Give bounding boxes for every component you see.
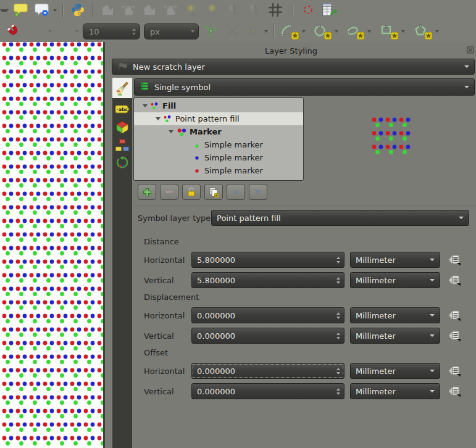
spinner-arrows[interactable] — [336, 333, 340, 339]
snap-intersection-button[interactable] — [223, 23, 241, 40]
tab-diagrams[interactable] — [112, 136, 132, 154]
circular-string-button[interactable] — [280, 23, 296, 39]
snap-tolerance-spinbox[interactable]: 10 — [83, 23, 140, 39]
remove-symbol-layer-button[interactable] — [160, 184, 178, 200]
ellipse-tool-button[interactable] — [346, 23, 362, 39]
topological-editing-button[interactable] — [203, 23, 220, 40]
expand-arrow-icon[interactable] — [156, 117, 161, 120]
increase-brightness-button[interactable] — [183, 2, 200, 19]
full-cumulative-stretch-button[interactable] — [162, 2, 179, 19]
local-cumulative-stretch-button[interactable] — [141, 2, 158, 19]
annotation-button[interactable] — [33, 2, 51, 19]
layer-combo-value: New scratch layer — [133, 62, 205, 72]
polygon-tool-dropdown-icon[interactable] — [435, 30, 439, 33]
close-panel-button[interactable] — [467, 46, 474, 54]
offset-vertical-spinbox[interactable]: 0.000000 — [191, 383, 344, 399]
duplicate-symbol-layer-button[interactable] — [204, 184, 223, 200]
full-histogram-stretch-button[interactable] — [120, 2, 137, 19]
data-defined-override-button[interactable] — [446, 273, 462, 288]
tab-3d-view[interactable] — [112, 118, 132, 136]
snap-trace-button[interactable] — [244, 23, 262, 40]
rectangle-tool-button[interactable] — [380, 23, 396, 39]
increase-contrast-button[interactable] — [225, 2, 242, 19]
tree-row-simple-marker-blue[interactable]: Simple marker — [134, 151, 303, 164]
move-layer-up-button[interactable] — [227, 184, 245, 200]
data-defined-override-button[interactable] — [446, 328, 462, 343]
map-grid-button[interactable] — [267, 2, 284, 19]
combo-arrow-icon — [430, 279, 435, 281]
spinner-arrows[interactable] — [132, 28, 136, 35]
annotation-dropdown-icon[interactable] — [53, 9, 57, 12]
brightness-down-icon — [205, 2, 220, 19]
data-defined-override-button[interactable] — [446, 252, 462, 267]
distance-vertical-row: Vertical 5.800000 Millimeter — [144, 272, 476, 288]
trace-dropdown-icon[interactable] — [264, 30, 268, 33]
tree-row-marker[interactable]: Marker — [134, 125, 303, 138]
tree-row-fill[interactable]: Fill — [134, 99, 303, 112]
circular-string-dropdown-icon[interactable] — [302, 30, 306, 33]
spinner-arrows[interactable] — [336, 388, 340, 395]
decrease-contrast-button[interactable] — [246, 2, 263, 19]
offset-horizontal-unit-combo[interactable]: Millimeter — [350, 363, 440, 379]
displacement-horizontal-spinbox[interactable]: 0.000000 — [191, 307, 344, 323]
snapping-self-dropdown-icon[interactable] — [75, 30, 79, 33]
data-defined-override-button[interactable] — [446, 363, 462, 378]
snapping-mode-dropdown-icon[interactable] — [48, 30, 52, 33]
regular-polygon-tool-button[interactable] — [414, 23, 430, 39]
distance-vertical-unit-combo[interactable]: Millimeter — [350, 272, 440, 288]
spinner-arrows[interactable] — [336, 312, 340, 319]
expand-arrow-icon[interactable] — [143, 104, 148, 107]
rectangle-tool-dropdown-icon[interactable] — [401, 30, 405, 33]
tab-symbology[interactable] — [112, 78, 132, 98]
spinner-arrows[interactable] — [336, 257, 340, 263]
snapping-self-button[interactable] — [56, 23, 73, 40]
map-tips-button[interactable] — [12, 2, 30, 19]
decrease-brightness-button[interactable] — [204, 2, 221, 19]
python-console-button[interactable] — [69, 2, 86, 19]
renderer-selector-combo[interactable]: Single symbol — [134, 78, 475, 96]
tab-labels[interactable]: abc — [112, 100, 132, 118]
shape-digitizing-badge-icon — [291, 32, 299, 41]
displacement-vertical-unit-combo[interactable]: Millimeter — [350, 328, 440, 344]
expand-arrow-icon[interactable] — [169, 130, 173, 133]
tree-row-simple-marker-green[interactable]: Simple marker — [134, 138, 303, 151]
histogram-stretch-icon — [100, 2, 115, 19]
lock-symbol-layer-button[interactable] — [182, 184, 201, 200]
circle-tool-dropdown-icon[interactable] — [335, 30, 338, 33]
ellipse-tool-dropdown-icon[interactable] — [367, 30, 371, 33]
offset-vertical-unit-combo[interactable]: Millimeter — [350, 383, 440, 399]
data-defined-override-button[interactable] — [446, 308, 462, 323]
distance-vertical-spinbox[interactable]: 5.800000 — [191, 272, 344, 288]
move-layer-down-button[interactable] — [249, 184, 267, 200]
spinner-arrows[interactable] — [336, 368, 340, 375]
tree-row-simple-marker-red[interactable]: Simple marker — [134, 164, 303, 177]
tree-label: Fill — [162, 101, 176, 110]
circle-tool-button[interactable] — [313, 23, 329, 39]
symbol-layer-type-combo[interactable]: Point pattern fill — [211, 210, 469, 226]
tab-history[interactable] — [112, 154, 132, 172]
down-arrow-icon — [254, 188, 262, 196]
offset-horizontal-spinbox[interactable]: 0.000000 — [191, 363, 344, 379]
attribute-table-button[interactable] — [320, 2, 338, 19]
spinner-arrows[interactable] — [336, 277, 340, 284]
map-canvas[interactable] — [0, 42, 105, 448]
contrast-down-icon — [247, 2, 262, 19]
snapping-mode-button[interactable] — [28, 23, 46, 40]
displacement-horizontal-unit-combo[interactable]: Millimeter — [350, 307, 440, 323]
distance-horizontal-unit-combo[interactable]: Millimeter — [350, 252, 440, 268]
data-defined-override-icon — [448, 274, 461, 286]
snap-unit-combo[interactable]: px — [144, 23, 199, 39]
tree-label: Marker — [190, 127, 222, 136]
local-histogram-stretch-button[interactable] — [99, 2, 116, 19]
snapping-toggle-button[interactable] — [5, 23, 22, 40]
displacement-vertical-spinbox[interactable]: 0.000000 — [191, 328, 344, 344]
crosshair-icon — [300, 2, 316, 20]
spinbox-value: 5.800000 — [197, 255, 235, 265]
toolbar-overflow-icon[interactable] — [0, 9, 9, 12]
tree-row-point-pattern-fill[interactable]: Point pattern fill — [134, 112, 303, 125]
add-symbol-layer-button[interactable] — [138, 184, 156, 200]
crosshair-button[interactable] — [299, 2, 317, 19]
data-defined-override-button[interactable] — [446, 384, 462, 399]
layer-selector-combo[interactable]: New scratch layer — [112, 59, 475, 75]
distance-horizontal-spinbox[interactable]: 5.800000 — [191, 252, 344, 268]
